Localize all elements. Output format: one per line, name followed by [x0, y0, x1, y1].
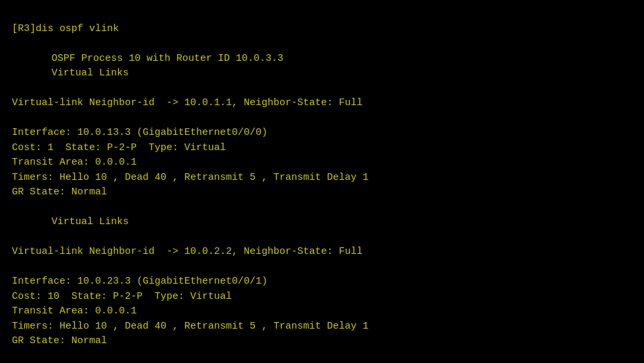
terminal-line: Virtual Links	[12, 215, 632, 230]
terminal-line	[12, 36, 632, 52]
terminal-line	[12, 81, 632, 97]
terminal-line	[12, 260, 632, 275]
terminal-line: Virtual-link Neighbor-id -> 10.0.2.2, Ne…	[12, 245, 632, 260]
terminal-line: Timers: Hello 10 , Dead 40 , Retransmit …	[12, 171, 632, 186]
terminal-line: Virtual-link Neighbor-id -> 10.0.1.1, Ne…	[12, 96, 632, 111]
terminal-line: Timers: Hello 10 , Dead 40 , Retransmit …	[12, 319, 632, 335]
terminal-line: OSPF Process 10 with Router ID 10.0.3.3	[12, 52, 632, 67]
terminal-line: Virtual Links	[12, 66, 632, 81]
terminal-line	[12, 230, 632, 245]
terminal-line: Transit Area: 0.0.0.1	[12, 304, 632, 319]
terminal-window: [R3]dis ospf vlink OSPF Process 10 with …	[0, 0, 644, 363]
terminal-line: Transit Area: 0.0.0.1	[12, 155, 632, 171]
terminal-line	[12, 200, 632, 216]
terminal-line	[12, 111, 632, 126]
terminal-line: Cost: 10 State: P-2-P Type: Virtual	[12, 290, 632, 305]
terminal-line: [R3]dis ospf vlink	[12, 22, 632, 37]
terminal-line: GR State: Normal	[12, 334, 632, 349]
terminal-line: Cost: 1 State: P-2-P Type: Virtual	[12, 141, 632, 156]
terminal-line: Interface: 10.0.13.3 (GigabitEthernet0/0…	[12, 126, 632, 141]
terminal-line: Interface: 10.0.23.3 (GigabitEthernet0/0…	[12, 274, 632, 290]
terminal-line: GR State: Normal	[12, 185, 632, 200]
